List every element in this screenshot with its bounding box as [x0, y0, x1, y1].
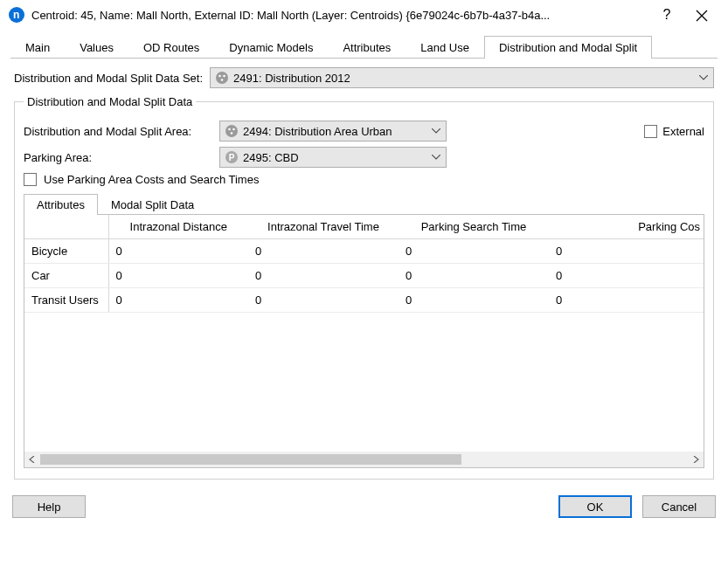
distribution-icon — [214, 70, 230, 86]
use-parking-label: Use Parking Area Costs and Search Times — [44, 173, 259, 186]
cell[interactable]: 0 — [248, 288, 399, 313]
row-header: Car — [24, 264, 108, 288]
parking-area-label: Parking Area: — [24, 151, 212, 164]
subtab-attributes[interactable]: Attributes — [24, 194, 98, 215]
svg-point-4 — [225, 125, 238, 137]
parking-area-combo[interactable]: P 2495: CBD — [219, 147, 447, 168]
table-row[interactable]: Bicycle 0 0 0 0 — [24, 239, 704, 264]
data-set-value: 2491: Distribution 2012 — [233, 72, 350, 85]
app-icon — [9, 7, 24, 23]
svg-text:P: P — [229, 153, 235, 162]
col-header-row — [24, 215, 108, 239]
dms-data-legend: Distribution and Modal Split Data — [24, 95, 196, 108]
dms-data-group: Distribution and Modal Split Data Distri… — [14, 95, 714, 480]
table-row[interactable]: Transit Users 0 0 0 0 — [24, 288, 704, 313]
subtab-modal-split-data[interactable]: Modal Split Data — [98, 194, 207, 215]
tab-distribution-modal-split[interactable]: Distribution and Modal Split — [484, 36, 652, 59]
close-button[interactable] — [684, 8, 719, 22]
area-label: Distribution and Modal Split Area: — [24, 125, 212, 138]
horizontal-scrollbar[interactable] — [24, 452, 704, 467]
external-checkbox[interactable] — [644, 125, 657, 138]
titlebar: Centroid: 45, Name: Mall North, External… — [0, 0, 728, 30]
tab-land-use[interactable]: Land Use — [406, 36, 484, 59]
row-header: Bicycle — [24, 239, 108, 264]
cell[interactable]: 0 — [549, 288, 704, 313]
external-label: External — [662, 125, 704, 138]
scrollbar-thumb[interactable] — [40, 454, 461, 465]
col-header-parking-cost[interactable]: Parking Cos — [549, 215, 704, 239]
attributes-table-wrap: Intrazonal Distance Intrazonal Travel Ti… — [24, 215, 704, 468]
ok-button[interactable]: OK — [558, 495, 632, 518]
svg-point-5 — [228, 128, 231, 131]
cell[interactable]: 0 — [108, 264, 248, 288]
help-icon[interactable]: ? — [649, 7, 684, 23]
data-set-combo[interactable]: 2491: Distribution 2012 — [210, 67, 714, 88]
cell[interactable]: 0 — [248, 239, 399, 264]
svg-point-2 — [223, 75, 225, 78]
table-row[interactable]: Car 0 0 0 0 — [24, 264, 704, 288]
attributes-table: Intrazonal Distance Intrazonal Travel Ti… — [24, 215, 704, 313]
window-title: Centroid: 45, Name: Mall North, External… — [31, 9, 649, 22]
svg-point-3 — [221, 79, 224, 81]
area-combo[interactable]: 2494: Distribution Area Urban — [219, 121, 447, 142]
cell[interactable]: 0 — [399, 288, 549, 313]
cell[interactable]: 0 — [248, 264, 399, 288]
svg-point-0 — [216, 72, 228, 84]
col-header-intrazonal-travel-time[interactable]: Intrazonal Travel Time — [248, 215, 399, 239]
tab-dynamic-models[interactable]: Dynamic Models — [214, 36, 328, 59]
svg-point-1 — [218, 75, 221, 78]
data-set-label: Distribution and Modal Split Data Set: — [14, 72, 203, 85]
cell[interactable]: 0 — [108, 239, 248, 264]
main-tabstrip: Main Values OD Routes Dynamic Models Att… — [10, 35, 718, 59]
cancel-button[interactable]: Cancel — [642, 495, 716, 518]
chevron-down-icon — [432, 155, 440, 160]
parking-icon: P — [224, 149, 239, 165]
sub-tabstrip: Attributes Modal Split Data — [24, 193, 704, 215]
cell[interactable]: 0 — [549, 264, 704, 288]
tab-values[interactable]: Values — [65, 36, 128, 59]
help-button[interactable]: Help — [12, 495, 86, 518]
row-header: Transit Users — [24, 288, 108, 313]
scrollbar-track[interactable] — [40, 453, 688, 466]
chevron-down-icon — [432, 128, 440, 134]
dialog-footer: Help OK Cancel — [0, 483, 728, 530]
cell[interactable]: 0 — [549, 239, 704, 264]
svg-point-7 — [231, 132, 233, 135]
tab-attributes[interactable]: Attributes — [328, 36, 406, 59]
cell[interactable]: 0 — [399, 264, 549, 288]
tab-od-routes[interactable]: OD Routes — [128, 36, 214, 59]
scroll-left-arrow-icon[interactable] — [24, 452, 40, 467]
tab-main[interactable]: Main — [10, 36, 65, 59]
chevron-down-icon — [699, 75, 708, 80]
area-icon — [224, 123, 239, 139]
col-header-parking-search-time[interactable]: Parking Search Time — [399, 215, 549, 239]
area-value: 2494: Distribution Area Urban — [243, 125, 392, 138]
col-header-intrazonal-distance[interactable]: Intrazonal Distance — [108, 215, 248, 239]
cell[interactable]: 0 — [399, 239, 549, 264]
svg-point-6 — [232, 128, 235, 131]
parking-area-value: 2495: CBD — [243, 151, 299, 164]
use-parking-checkbox[interactable] — [24, 173, 37, 186]
scroll-right-arrow-icon[interactable] — [688, 452, 704, 467]
cell[interactable]: 0 — [108, 288, 248, 313]
